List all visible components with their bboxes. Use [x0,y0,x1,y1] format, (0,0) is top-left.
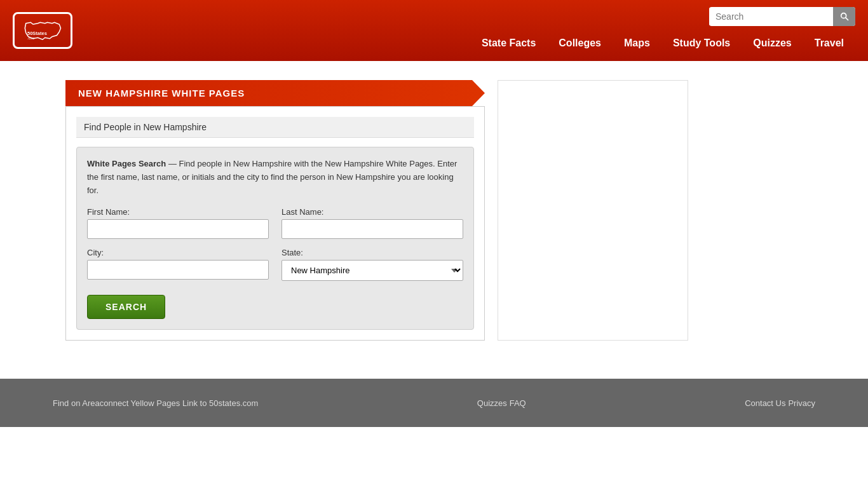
footer: Find on Areaconnect Yellow Pages Link to… [0,379,868,427]
footer-link-faq[interactable]: FAQ [510,398,526,408]
first-name-group: First Name: [87,207,269,239]
nav-item-travel[interactable]: Travel [803,32,855,54]
footer-link-contact[interactable]: Contact Us [745,398,785,408]
white-pages-card: Find People in New Hampshire White Pages… [65,106,485,341]
search-form-container: White Pages Search — Find people in New … [76,147,474,330]
first-name-label: First Name: [87,207,269,217]
page-banner-title: NEW HAMPSHIRE WHITE PAGES [78,88,245,98]
page-title-banner: NEW HAMPSHIRE WHITE PAGES [65,80,485,106]
city-label: City: [87,248,269,257]
svg-line-3 [846,18,848,20]
header-right: State Facts Colleges Maps Study Tools Qu… [470,7,855,54]
footer-col-2: Quizzes FAQ [477,398,526,408]
description-bold: White Pages Search [87,159,166,168]
footer-inner: Find on Areaconnect Yellow Pages Link to… [53,398,815,408]
state-group: State: New Hampshire Alabama Alaska Ariz… [281,248,463,281]
find-people-header: Find People in New Hampshire [76,117,474,138]
white-pages-search-button[interactable]: SEARCH [87,295,165,319]
search-bar[interactable] [709,7,855,26]
header: 50States .com State Facts Colleges Maps … [0,0,868,61]
city-group: City: [87,248,269,281]
nav-item-state-facts[interactable]: State Facts [470,32,547,54]
state-select[interactable]: New Hampshire Alabama Alaska Arizona Ark… [281,260,463,281]
nav-item-study-tools[interactable]: Study Tools [661,32,742,54]
footer-link-quizzes[interactable]: Quizzes [477,398,507,408]
description: White Pages Search — Find people in New … [87,158,463,197]
last-name-label: Last Name: [281,207,463,217]
search-input[interactable] [709,8,833,25]
footer-link-link-to[interactable]: Link to 50states.com [182,398,258,408]
main-nav: State Facts Colleges Maps Study Tools Qu… [470,32,855,54]
last-name-group: Last Name: [281,207,463,239]
state-label: State: [281,248,463,257]
right-ad-panel [498,80,688,341]
left-panel: NEW HAMPSHIRE WHITE PAGES Find People in… [65,80,485,341]
svg-point-2 [841,13,846,18]
search-icon [839,11,850,22]
svg-text:.com: .com [27,36,35,40]
last-name-input[interactable] [281,219,463,239]
footer-col-3: Contact Us Privacy [745,398,815,408]
city-input[interactable] [87,260,269,280]
footer-col-1: Find on Areaconnect Yellow Pages Link to… [53,398,258,408]
logo-area: 50States .com [13,12,72,49]
nav-item-quizzes[interactable]: Quizzes [742,32,803,54]
name-row: First Name: Last Name: [87,207,463,239]
search-icon-button[interactable] [833,7,855,26]
main-content: NEW HAMPSHIRE WHITE PAGES Find People in… [53,61,815,353]
first-name-input[interactable] [87,219,269,239]
logo-container[interactable]: 50States .com [13,12,72,49]
nav-item-maps[interactable]: Maps [613,32,661,54]
location-row: City: State: New Hampshire Alabama Alask… [87,248,463,281]
footer-link-areaconnect[interactable]: Find on Areaconnect Yellow Pages [53,398,180,408]
footer-link-privacy[interactable]: Privacy [788,398,815,408]
svg-text:50States: 50States [27,30,47,36]
nav-item-colleges[interactable]: Colleges [547,32,613,54]
logo-map-icon: 50States .com [24,18,62,43]
